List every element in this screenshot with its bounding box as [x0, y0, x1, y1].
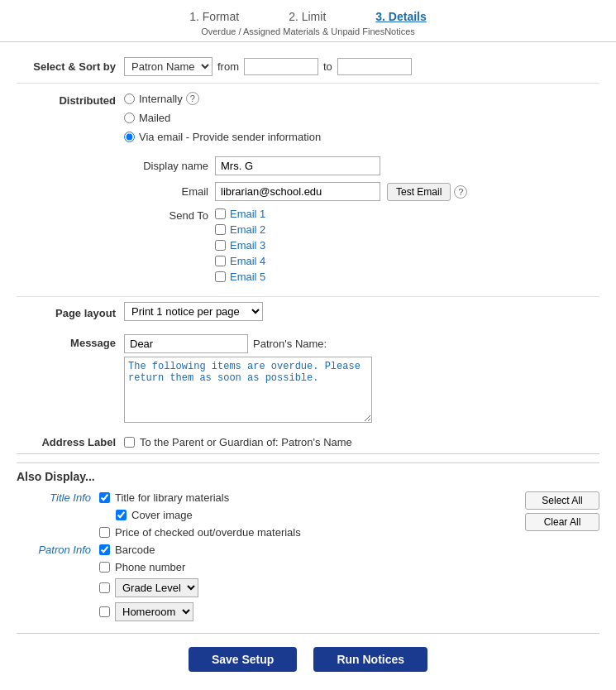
email3-label: Email 3 — [230, 239, 265, 252]
email2-checkbox[interactable] — [215, 224, 226, 235]
also-display-grid: Select All Clear All Title Info Title fo… — [17, 491, 599, 621]
email5-checkbox[interactable] — [215, 271, 226, 282]
email2-label: Email 2 — [230, 223, 265, 236]
radio-internally: Internally ? — [124, 92, 467, 105]
price-row: Price of checked out/overdue materials — [17, 526, 599, 539]
also-display-section: Also Display... Select All Clear All Tit… — [17, 462, 599, 621]
right-buttons: Select All Clear All — [525, 491, 599, 531]
title-info-label: Title Info — [17, 491, 99, 504]
phone-checkbox[interactable] — [99, 562, 110, 573]
main-content: Select & Sort by Patron Name Barcode Hom… — [0, 42, 616, 688]
also-display-header: Also Display... — [17, 470, 599, 483]
send-to-email2: Email 2 — [215, 223, 265, 236]
page-layout-select[interactable]: Print 1 notice per page Print 2 notices … — [124, 302, 263, 321]
barcode-checkbox[interactable] — [99, 544, 110, 555]
test-email-button[interactable]: Test Email — [387, 183, 451, 201]
homeroom-select[interactable]: Homeroom HR — [115, 602, 193, 621]
price-checkbox[interactable] — [99, 527, 110, 538]
barcode-label: Barcode — [115, 544, 155, 556]
email3-checkbox[interactable] — [215, 240, 226, 251]
price-label: Price of checked out/overdue materials — [115, 526, 301, 539]
address-checkbox[interactable] — [124, 437, 135, 448]
send-to-email4: Email 4 — [215, 255, 265, 267]
cover-image-label: Cover image — [131, 509, 193, 521]
email4-checkbox[interactable] — [215, 256, 226, 266]
radio-mailed-input[interactable] — [124, 113, 135, 123]
select-all-button[interactable]: Select All — [525, 491, 599, 510]
address-label-label: Address Label — [17, 436, 124, 448]
email-row: Email Test Email ? — [124, 182, 467, 201]
send-to-label: Send To — [124, 208, 215, 222]
help-icon-email[interactable]: ? — [454, 185, 467, 199]
email-input[interactable] — [215, 182, 380, 201]
title-info-row: Title Info Title for library materials — [17, 491, 599, 504]
display-name-input[interactable] — [215, 156, 380, 175]
phone-row: Phone number — [17, 561, 599, 573]
select-sort-content: Patron Name Barcode Homeroom Grade Level… — [124, 57, 412, 76]
page-layout-section: Page layout Print 1 notice per page Prin… — [17, 297, 599, 326]
send-to-email3: Email 3 — [215, 239, 265, 252]
display-name-label: Display name — [124, 160, 215, 172]
message-textarea[interactable]: The following items are overdue. Please … — [124, 357, 372, 423]
from-input[interactable] — [244, 58, 318, 75]
address-content: To the Parent or Guardian of: Patron's N… — [124, 436, 352, 448]
patron-name-text: Patron's Name: — [253, 338, 327, 350]
grade-content: Grade Level Grade — [99, 578, 599, 597]
radio-internally-input[interactable] — [124, 93, 135, 104]
homeroom-checkbox[interactable] — [99, 606, 110, 617]
display-name-row: Display name — [124, 156, 467, 175]
address-checkbox-label: To the Parent or Guardian of: Patron's N… — [140, 436, 352, 448]
header-tabs: 1. Format 2. Limit 3. Details Overdue / … — [0, 0, 616, 42]
help-icon-internally[interactable]: ? — [186, 92, 199, 105]
title-library-label: Title for library materials — [115, 491, 229, 504]
dear-input[interactable] — [124, 334, 248, 353]
send-to-email1: Email 1 — [215, 208, 265, 220]
message-section: Message Patron's Name: The following ite… — [17, 334, 599, 423]
message-first-line: Patron's Name: — [124, 334, 372, 353]
clear-all-button[interactable]: Clear All — [525, 513, 599, 531]
tab-details[interactable]: 3. Details — [375, 10, 426, 23]
to-label: to — [323, 60, 332, 73]
via-email-label: Via email - Provide sender information — [139, 131, 321, 143]
barcode-content: Barcode — [99, 544, 599, 556]
email-subsection: Display name Email Test Email ? Send To — [124, 156, 467, 288]
sort-select[interactable]: Patron Name Barcode Homeroom Grade Level — [124, 57, 212, 76]
radio-via-email-input[interactable] — [124, 132, 135, 142]
subtitle: Overdue / Assigned Materials & Unpaid Fi… — [201, 26, 415, 36]
distributed-section: Distributed Internally ? Mailed Via emai… — [17, 84, 599, 297]
send-to-email5: Email 5 — [215, 271, 265, 283]
email1-label: Email 1 — [230, 208, 265, 220]
radio-via-email: Via email - Provide sender information — [124, 131, 467, 143]
tab-limit[interactable]: 2. Limit — [289, 10, 326, 23]
grade-select[interactable]: Grade Level Grade — [115, 578, 198, 597]
cover-image-checkbox[interactable] — [116, 510, 127, 520]
message-label: Message — [17, 334, 124, 349]
mailed-label: Mailed — [139, 112, 170, 124]
tab-format[interactable]: 1. Format — [189, 10, 239, 23]
send-to-row: Send To Email 1 Email 2 — [124, 208, 467, 283]
message-content: Patron's Name: The following items are o… — [124, 334, 372, 423]
patron-info-label: Patron Info — [17, 544, 99, 556]
select-sort-label: Select & Sort by — [17, 60, 124, 73]
page-layout-label: Page layout — [17, 304, 124, 319]
from-label: from — [217, 60, 239, 73]
email4-label: Email 4 — [230, 255, 265, 267]
bottom-actions: Save Setup Run Notices — [17, 633, 599, 680]
address-section: Address Label To the Parent or Guardian … — [17, 431, 599, 454]
distributed-label: Distributed — [17, 92, 124, 107]
send-to-options: Email 1 Email 2 Email 3 — [215, 208, 265, 283]
email1-checkbox[interactable] — [215, 208, 226, 219]
homeroom-row: Homeroom HR — [17, 602, 599, 621]
to-input[interactable] — [337, 58, 412, 75]
internally-label: Internally — [139, 93, 183, 105]
grade-checkbox[interactable] — [99, 582, 110, 593]
grade-row: Grade Level Grade — [17, 578, 599, 597]
save-setup-button[interactable]: Save Setup — [189, 647, 297, 672]
email-label: Email — [124, 185, 215, 198]
select-sort-row: Select & Sort by Patron Name Barcode Hom… — [17, 50, 599, 84]
phone-content: Phone number — [99, 561, 599, 573]
radio-mailed: Mailed — [124, 112, 467, 124]
phone-label: Phone number — [115, 561, 185, 573]
run-notices-button[interactable]: Run Notices — [313, 647, 427, 672]
title-library-checkbox[interactable] — [99, 492, 110, 503]
